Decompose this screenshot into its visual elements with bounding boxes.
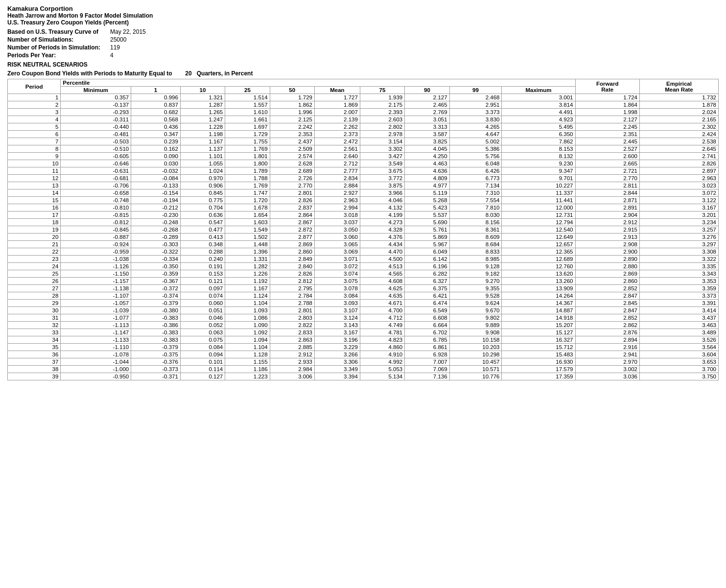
table-row: 39-0.950-0.3710.1271.2233.0063.3945.1347… xyxy=(8,373,719,380)
simulations-value: 25000 xyxy=(110,36,146,44)
table-row: 2-0.1370.8371.2871.5571.8621.8692.1752.4… xyxy=(8,101,719,109)
col-p90: 90 xyxy=(405,87,449,94)
col-p10: 10 xyxy=(180,87,225,94)
col-p75: 75 xyxy=(360,87,404,94)
table-row: 31-1.077-0.3830.0461.0862.8033.1244.7126… xyxy=(8,314,719,322)
table-row: 4-0.3110.5681.2471.6612.1252.1392.6033.0… xyxy=(8,116,719,123)
table-row: 33-1.147-0.3830.0631.0922.8333.1674.7816… xyxy=(8,329,719,336)
table-row: 34-1.133-0.3830.0751.0942.8633.1964.8236… xyxy=(8,336,719,344)
table-row: 21-0.924-0.3030.3481.4482.8693.0654.4345… xyxy=(8,241,719,248)
meta-info: Based on U.S. Treasury Curve of May 22, … xyxy=(7,28,146,59)
company-name: Kamakura Corportion Heath Jarrow and Mor… xyxy=(7,5,719,26)
section-title: RISK NEUTRAL SCENARIOS xyxy=(7,61,719,68)
curve-label: Based on U.S. Treasury Curve of xyxy=(7,28,110,36)
table-row: 32-1.113-0.3860.0521.0902.8223.1434.7496… xyxy=(8,322,719,329)
table-row: 14-0.658-0.1540.8451.7472.8012.9273.9665… xyxy=(8,189,719,197)
table-row: 5-0.4400.4361.2281.6972.2422.2622.8023.3… xyxy=(8,123,719,131)
table-row: 22-0.959-0.3220.2881.3962.8603.0694.4706… xyxy=(8,248,719,256)
table-row: 19-0.845-0.2680.4771.5492.8723.0504.3285… xyxy=(8,226,719,234)
table-row: 12-0.681-0.0840.9701.7882.7262.8343.7724… xyxy=(8,175,719,182)
percentile-header: Percentile xyxy=(61,79,575,87)
table-row: 37-1.044-0.3760.1011.1552.9333.3064.9927… xyxy=(8,358,719,366)
table-row: 18-0.812-0.2480.5471.6032.8673.0374.2735… xyxy=(8,219,719,226)
col-p25: 25 xyxy=(225,87,270,94)
table-row: 10.3570.9961.3211.5141.7291.7271.9392.12… xyxy=(8,94,719,101)
col-p50: 50 xyxy=(270,87,314,94)
table-row: 17-0.815-0.2300.6361.6542.8643.0184.1995… xyxy=(8,212,719,219)
table-row: 38-1.000-0.3730.1141.1862.9843.3495.0537… xyxy=(8,366,719,373)
table-row: 35-1.110-0.3790.0841.1042.8853.2294.8606… xyxy=(8,344,719,351)
col-mean: Mean xyxy=(314,87,360,94)
col-maximum: Maximum xyxy=(502,87,575,94)
table-row: 8-0.5100.1621.1371.7692.5092.5613.3024.0… xyxy=(8,145,719,153)
table-row: 20-0.887-0.2890.4131.5022.8773.0604.3765… xyxy=(8,234,719,241)
ppy-value: 4 xyxy=(110,51,146,59)
table-row: 3-0.2930.6821.2651.6101.9962.0072.3932.7… xyxy=(8,109,719,116)
curve-date: May 22, 2015 xyxy=(110,28,146,36)
periods-value: 119 xyxy=(110,44,146,51)
table-row: 28-1.107-0.3740.0741.1242.7843.0844.6356… xyxy=(8,292,719,300)
simulations-label: Number of Simulations: xyxy=(7,36,110,44)
col-period: Period xyxy=(8,79,61,94)
table-row: 25-1.150-0.3590.1531.2262.8263.0744.5656… xyxy=(8,270,719,278)
subtitle: Zero Coupon Bond Yields with Periods to … xyxy=(7,70,719,77)
data-table: Period Percentile ForwardRate EmpiricalM… xyxy=(7,79,719,380)
col-empirical-mean-rate: EmpiricalMean Rate xyxy=(640,79,719,94)
table-row: 11-0.631-0.0321.0241.7892.6892.7773.6754… xyxy=(8,167,719,175)
table-row: 23-1.038-0.3340.2401.3312.8493.0714.5006… xyxy=(8,256,719,263)
periods-label: Number of Periods in Simulation: xyxy=(7,44,110,51)
col-p1: 1 xyxy=(131,87,181,94)
table-row: 15-0.748-0.1940.7751.7202.8262.9634.0465… xyxy=(8,197,719,204)
table-row: 24-1.126-0.3500.1911.2822.8403.0724.5136… xyxy=(8,263,719,270)
table-row: 7-0.5030.2391.1671.7552.4372.4723.1543.8… xyxy=(8,138,719,145)
table-row: 6-0.4810.3471.1981.7292.3532.3732.9783.5… xyxy=(8,131,719,138)
table-row: 29-1.057-0.3790.0601.1042.7883.0934.6716… xyxy=(8,300,719,307)
table-row: 36-1.078-0.3750.0941.1282.9123.2664.9106… xyxy=(8,351,719,358)
table-row: 13-0.706-0.1330.9061.7692.7702.8843.8754… xyxy=(8,182,719,189)
ppy-label: Periods Per Year: xyxy=(7,51,110,59)
col-minimum: Minimum xyxy=(61,87,131,94)
table-row: 10-0.6460.0301.0551.8002.6282.7123.5494.… xyxy=(8,160,719,167)
table-row: 16-0.810-0.2120.7041.6782.8372.9944.1325… xyxy=(8,204,719,212)
table-row: 30-1.039-0.3800.0511.0932.8013.1074.7006… xyxy=(8,307,719,314)
table-row: 26-1.157-0.3670.1211.1922.8123.0754.6086… xyxy=(8,278,719,285)
col-forward-rate: ForwardRate xyxy=(575,79,640,94)
col-p99: 99 xyxy=(449,87,502,94)
table-row: 9-0.6050.0901.1011.8012.5742.6403.4274.2… xyxy=(8,153,719,160)
table-row: 27-1.138-0.3720.0971.1672.7953.0784.6256… xyxy=(8,285,719,292)
